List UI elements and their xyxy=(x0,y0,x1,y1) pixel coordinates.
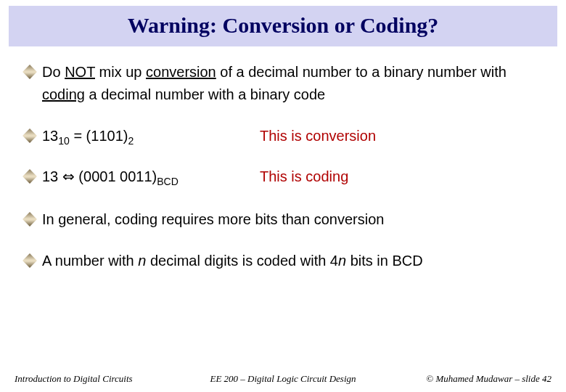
diamond-icon xyxy=(22,65,37,79)
bullet-1: Do NOT mix up conversion of a decimal nu… xyxy=(25,61,541,106)
diamond-icon xyxy=(22,253,37,268)
diamond-icon xyxy=(22,212,37,226)
diamond-icon xyxy=(22,169,37,184)
footer-left: Introduction to Digital Circuits xyxy=(15,373,174,385)
diamond-icon xyxy=(22,128,37,143)
bullet-1-text: Do NOT mix up conversion of a decimal nu… xyxy=(42,61,541,106)
footer-mid: EE 200 – Digital Logic Circuit Design xyxy=(174,373,392,385)
bullet-3-rhs: This is coding xyxy=(260,166,348,190)
slide-content: Do NOT mix up conversion of a decimal nu… xyxy=(0,46,566,272)
bullet-4: In general, coding requires more bits th… xyxy=(25,208,541,231)
bullet-5: A number with n decimal digits is coded … xyxy=(25,250,541,272)
title-bar: Warning: Conversion or Coding? xyxy=(9,6,557,46)
footer: Introduction to Digital Circuits EE 200 … xyxy=(0,373,566,385)
bullet-2-rhs: This is conversion xyxy=(260,125,376,150)
bullet-2-lhs: 1310 = (1101)2 xyxy=(42,125,260,150)
bullet-3: 13 ⇔ (0001 0011)BCD This is coding xyxy=(25,166,541,190)
bullet-4-text: In general, coding requires more bits th… xyxy=(42,208,541,231)
bullet-2: 1310 = (1101)2 This is conversion xyxy=(25,125,541,150)
bullet-3-lhs: 13 ⇔ (0001 0011)BCD xyxy=(42,166,260,190)
bullet-5-text: A number with n decimal digits is coded … xyxy=(42,250,541,272)
slide-title: Warning: Conversion or Coding? xyxy=(9,13,557,38)
footer-right: © Muhamed Mudawar – slide 42 xyxy=(392,373,551,385)
